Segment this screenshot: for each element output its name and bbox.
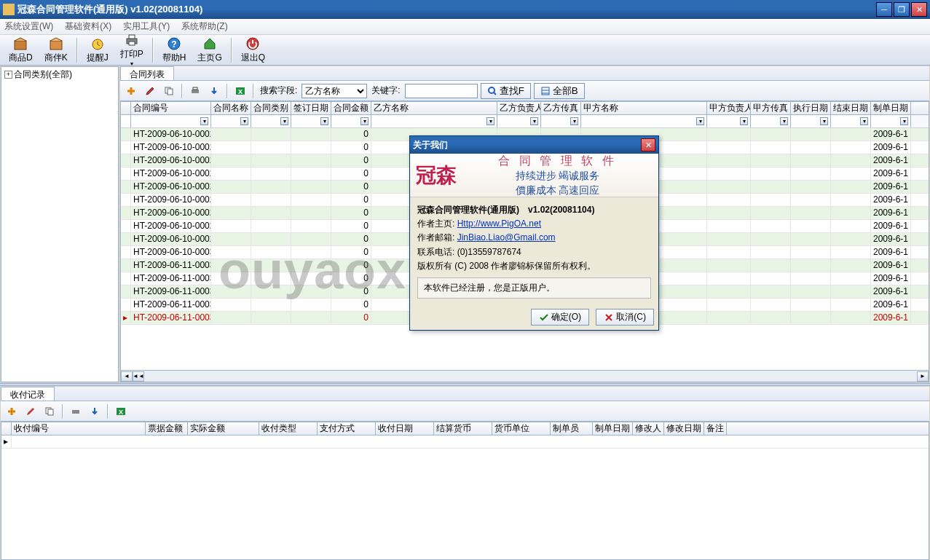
chevron-down-icon[interactable]: ▾ <box>280 117 288 125</box>
col-header[interactable]: 制单日期 <box>871 102 911 114</box>
add-button[interactable] <box>123 83 139 99</box>
menu-system[interactable]: 系统设置(W) <box>4 20 53 33</box>
col-filter[interactable]: ▾ <box>497 115 541 127</box>
col-header[interactable] <box>121 102 131 114</box>
col-header[interactable]: 合同名称 <box>211 102 251 114</box>
col-header[interactable]: 修改人 <box>633 422 664 435</box>
detail-grid[interactable]: 收付编号票据金额实际金额收付类型支付方式收付日期结算货币货币单位制单员制单日期修… <box>1 422 929 560</box>
cancel-button[interactable]: 取消(C) <box>596 309 654 326</box>
chevron-down-icon[interactable]: ▾ <box>360 117 369 125</box>
table-row[interactable]: ▸ <box>1 435 929 449</box>
col-filter[interactable]: ▾ <box>707 115 751 127</box>
chevron-down-icon[interactable]: ▾ <box>696 117 704 125</box>
col-filter[interactable]: ▾ <box>751 115 791 127</box>
col-header[interactable]: 收付日期 <box>376 422 434 435</box>
col-header[interactable]: 乙方名称 <box>371 102 497 114</box>
minimize-button[interactable]: ─ <box>876 2 892 17</box>
d-print-button[interactable] <box>68 403 84 419</box>
col-filter[interactable]: ▾ <box>291 115 331 127</box>
chevron-down-icon[interactable]: ▾ <box>820 117 828 125</box>
col-filter[interactable]: ▾ <box>541 115 581 127</box>
edit-button[interactable] <box>142 83 158 99</box>
chevron-down-icon[interactable]: ▾ <box>740 117 748 125</box>
chevron-down-icon[interactable]: ▾ <box>900 117 908 125</box>
col-header[interactable]: 合同类别 <box>251 102 291 114</box>
search-key-input[interactable] <box>405 84 478 98</box>
col-header[interactable]: 甲方负责人 <box>707 102 751 114</box>
col-header[interactable]: 合同编号 <box>131 102 211 114</box>
chevron-down-icon[interactable]: ▾ <box>780 117 788 125</box>
tab-contract-list[interactable]: 合同列表 <box>120 66 174 80</box>
chevron-down-icon[interactable]: ▾ <box>860 117 868 125</box>
col-header[interactable]: 乙方负责人 <box>497 102 541 114</box>
col-filter[interactable]: ▾ <box>581 115 707 127</box>
col-header[interactable]: 结束日期 <box>831 102 871 114</box>
tb-print[interactable]: 打印P▾ <box>114 31 149 68</box>
col-header[interactable]: 制单员 <box>551 422 593 435</box>
col-filter[interactable]: ▾ <box>211 115 251 127</box>
col-header[interactable]: 签订日期 <box>291 102 331 114</box>
chevron-down-icon[interactable]: ▾ <box>240 117 248 125</box>
copy-button[interactable] <box>161 83 177 99</box>
col-header[interactable]: 甲方名称 <box>581 102 707 114</box>
all-button[interactable]: 全部B <box>534 83 585 99</box>
chevron-down-icon[interactable]: ▾ <box>200 117 208 125</box>
tb-partner[interactable]: 商伴K <box>39 35 74 66</box>
d-copy-button[interactable] <box>42 403 58 419</box>
splitter[interactable] <box>0 383 930 386</box>
tb-remind[interactable]: 提醒J <box>81 35 114 66</box>
find-button[interactable]: 查找F <box>481 83 531 99</box>
chevron-down-icon[interactable]: ▾ <box>570 117 578 125</box>
col-filter[interactable]: ▾ <box>791 115 831 127</box>
homepage-link[interactable]: Http://www.PigOA.net <box>457 218 541 229</box>
maximize-button[interactable]: ❐ <box>894 2 910 17</box>
d-excel-button[interactable]: X <box>113 403 129 419</box>
col-header[interactable]: 乙方传真 <box>541 102 581 114</box>
col-header[interactable]: 备注 <box>704 422 727 435</box>
col-header[interactable]: 收付编号 <box>12 422 146 435</box>
col-filter[interactable]: ▾ <box>331 115 371 127</box>
print-button[interactable] <box>187 83 203 99</box>
scroll-right[interactable]: ► <box>917 371 929 382</box>
col-header[interactable]: 修改日期 <box>664 422 704 435</box>
col-header[interactable]: 执行日期 <box>791 102 831 114</box>
d-edit-button[interactable] <box>23 403 39 419</box>
d-down-button[interactable] <box>87 403 103 419</box>
tb-exit[interactable]: 退出Q <box>235 35 271 66</box>
col-header[interactable]: 支付方式 <box>318 422 376 435</box>
d-add-button[interactable] <box>4 403 20 419</box>
col-header[interactable]: 票据金额 <box>146 422 188 435</box>
col-filter[interactable]: ▾ <box>131 115 211 127</box>
col-header[interactable]: 货币单位 <box>492 422 551 435</box>
category-tree[interactable]: +合同类别(全部) <box>1 66 119 382</box>
col-header[interactable] <box>1 422 12 435</box>
menu-help[interactable]: 系统帮助(Z) <box>181 20 227 33</box>
col-header[interactable]: 结算货币 <box>434 422 492 435</box>
scroll-left[interactable]: ◄ <box>121 371 133 382</box>
chevron-down-icon[interactable]: ▾ <box>320 117 328 125</box>
tree-root[interactable]: +合同类别(全部) <box>1 67 118 82</box>
ok-button[interactable]: 确定(O) <box>531 309 589 326</box>
col-header[interactable]: 甲方传真 <box>751 102 791 114</box>
excel-button[interactable]: X <box>232 83 248 99</box>
tb-home[interactable]: 主页G <box>192 35 227 66</box>
dialog-close-button[interactable]: ✕ <box>641 138 655 151</box>
tab-payment[interactable]: 收付记录 <box>1 387 55 401</box>
col-header[interactable]: 收付类型 <box>259 422 318 435</box>
scroll-left2[interactable]: ◄◄ <box>133 371 144 382</box>
col-header[interactable]: 合同金额 <box>331 102 371 114</box>
expand-icon[interactable]: + <box>4 71 12 79</box>
col-filter[interactable]: ▾ <box>251 115 291 127</box>
col-header[interactable]: 制单日期 <box>593 422 633 435</box>
col-filter[interactable]: ▾ <box>371 115 497 127</box>
col-filter[interactable]: ▾ <box>871 115 911 127</box>
tb-product[interactable]: 商品D <box>3 35 39 66</box>
email-link[interactable]: JinBiao.Liao@Gmail.com <box>457 232 556 242</box>
chevron-down-icon[interactable]: ▾ <box>530 117 538 125</box>
down-button[interactable] <box>206 83 222 99</box>
col-filter[interactable]: ▾ <box>831 115 871 127</box>
col-filter[interactable] <box>121 115 131 127</box>
h-scrollbar[interactable]: ◄ ◄◄ ► <box>121 370 929 382</box>
menu-basedata[interactable]: 基础资料(X) <box>65 20 111 33</box>
col-header[interactable]: 实际金额 <box>188 422 259 435</box>
